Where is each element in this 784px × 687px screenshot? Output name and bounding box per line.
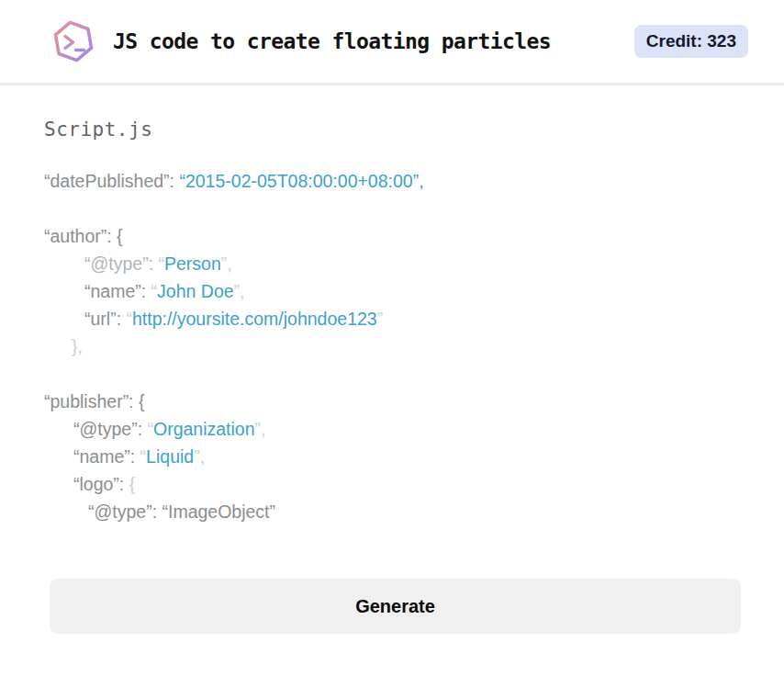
credit-badge: Credit: 323 (634, 25, 748, 58)
code-segment: “@type”: (84, 253, 158, 274)
terminal-hexagon-icon (48, 16, 99, 67)
code-line: “datePublished”: “2015-02-05T08:00:00+08… (44, 167, 747, 195)
main-content: Script.js “datePublished”: “2015-02-05T0… (0, 85, 784, 634)
code-line: “url”: “http://yoursite.com/johndoe123” (44, 305, 747, 332)
code-segment: “datePublished”: (44, 171, 179, 191)
code-line: }, (44, 332, 747, 360)
code-segment: John Doe (157, 281, 233, 301)
code-segment: “name”: (73, 446, 140, 467)
code-segment: “url”: (84, 309, 127, 329)
code-line: “logo”: { (44, 470, 747, 498)
app-header: JS code to create floating particles Cre… (0, 0, 784, 85)
generate-button[interactable]: Generate (50, 579, 741, 634)
code-segment: ”, (255, 419, 266, 439)
code-segment: “logo”: (73, 474, 129, 494)
code-segment: Person (164, 253, 221, 274)
code-segment: “publisher”: { (44, 391, 144, 411)
code-segment: “name”: (84, 281, 151, 301)
code-segment: ” (377, 309, 384, 329)
code-segment: }, (72, 336, 83, 356)
page-title: JS code to create floating particles (113, 29, 551, 53)
code-line: “publisher”: { (44, 388, 747, 415)
code-segment: “@type”: “ImageObject” (88, 501, 275, 522)
code-line: “@type”: “ImageObject” (44, 498, 747, 525)
code-segment: Liquid (146, 446, 194, 467)
code-line: “name”: “Liquid”, (44, 443, 747, 470)
code-segment: Organization (153, 419, 255, 439)
code-segment: ”, (194, 446, 205, 467)
code-line-blank (44, 195, 747, 222)
code-line: “author”: { (44, 222, 747, 250)
code-line: “@type”: “Organization”, (44, 415, 747, 443)
code-segment: { (129, 474, 136, 494)
code-segment: http://yoursite.com/johndoe123 (132, 309, 377, 329)
code-segment: “@type”: (73, 419, 147, 439)
code-block: “datePublished”: “2015-02-05T08:00:00+08… (44, 167, 747, 525)
code-segment: ”, (234, 281, 245, 301)
code-line: “@type”: “Person”, (44, 250, 747, 277)
code-segment: ”, (221, 253, 232, 274)
code-line: “name”: “John Doe”, (44, 277, 747, 305)
code-line-blank (44, 360, 747, 388)
code-segment: “author”: { (44, 226, 123, 246)
file-name-heading: Script.js (44, 118, 747, 141)
code-segment: “2015-02-05T08:00:00+08:00”, (179, 171, 423, 191)
